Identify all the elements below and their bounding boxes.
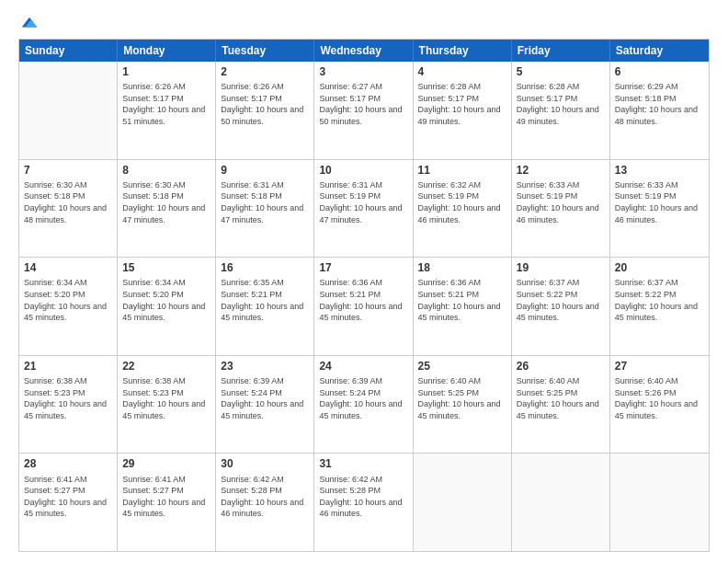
page: SundayMondayTuesdayWednesdayThursdayFrid… xyxy=(0,0,728,563)
day-info: Sunrise: 6:26 AMSunset: 5:17 PMDaylight:… xyxy=(221,81,309,127)
calendar-header: SundayMondayTuesdayWednesdayThursdayFrid… xyxy=(19,40,709,62)
cal-cell: 5Sunrise: 6:28 AMSunset: 5:17 PMDaylight… xyxy=(512,62,610,159)
cal-cell: 15Sunrise: 6:34 AMSunset: 5:20 PMDayligh… xyxy=(118,258,216,355)
cal-cell: 6Sunrise: 6:29 AMSunset: 5:18 PMDaylight… xyxy=(610,62,709,159)
day-info: Sunrise: 6:27 AMSunset: 5:17 PMDaylight:… xyxy=(319,81,407,127)
header-day-wednesday: Wednesday xyxy=(314,40,413,62)
day-info: Sunrise: 6:34 AMSunset: 5:20 PMDaylight:… xyxy=(24,277,112,323)
logo xyxy=(18,15,39,31)
day-info: Sunrise: 6:37 AMSunset: 5:22 PMDaylight:… xyxy=(615,277,704,323)
calendar-body: 1Sunrise: 6:26 AMSunset: 5:17 PMDaylight… xyxy=(19,62,709,551)
day-info: Sunrise: 6:37 AMSunset: 5:22 PMDaylight:… xyxy=(517,277,605,323)
cal-cell: 24Sunrise: 6:39 AMSunset: 5:24 PMDayligh… xyxy=(314,356,413,454)
day-number: 26 xyxy=(517,359,605,373)
cal-cell: 31Sunrise: 6:42 AMSunset: 5:28 PMDayligh… xyxy=(314,454,413,551)
day-number: 24 xyxy=(319,359,407,373)
day-info: Sunrise: 6:30 AMSunset: 5:18 PMDaylight:… xyxy=(24,179,112,225)
day-number: 21 xyxy=(24,359,112,373)
day-info: Sunrise: 6:41 AMSunset: 5:27 PMDaylight:… xyxy=(24,474,112,520)
day-info: Sunrise: 6:31 AMSunset: 5:19 PMDaylight:… xyxy=(319,179,407,225)
cal-cell: 7Sunrise: 6:30 AMSunset: 5:18 PMDaylight… xyxy=(19,160,118,258)
cal-cell: 21Sunrise: 6:38 AMSunset: 5:23 PMDayligh… xyxy=(19,356,118,454)
calendar-row-0: 1Sunrise: 6:26 AMSunset: 5:17 PMDaylight… xyxy=(19,62,709,160)
day-number: 7 xyxy=(24,163,112,178)
header-day-saturday: Saturday xyxy=(610,40,709,62)
day-number: 29 xyxy=(122,456,210,471)
day-info: Sunrise: 6:34 AMSunset: 5:20 PMDaylight:… xyxy=(122,277,210,323)
calendar-row-4: 28Sunrise: 6:41 AMSunset: 5:27 PMDayligh… xyxy=(19,454,709,551)
header xyxy=(18,15,710,31)
day-number: 11 xyxy=(418,163,506,178)
cal-cell: 1Sunrise: 6:26 AMSunset: 5:17 PMDaylight… xyxy=(118,62,216,159)
day-number: 14 xyxy=(24,260,112,275)
day-number: 16 xyxy=(221,260,309,275)
cal-cell: 29Sunrise: 6:41 AMSunset: 5:27 PMDayligh… xyxy=(118,454,216,551)
day-info: Sunrise: 6:36 AMSunset: 5:21 PMDaylight:… xyxy=(319,277,407,323)
day-info: Sunrise: 6:33 AMSunset: 5:19 PMDaylight:… xyxy=(615,179,704,225)
day-number: 12 xyxy=(517,163,605,178)
day-number: 25 xyxy=(418,359,506,373)
day-number: 18 xyxy=(418,260,506,275)
cal-cell xyxy=(512,454,610,551)
day-info: Sunrise: 6:39 AMSunset: 5:24 PMDaylight:… xyxy=(221,375,309,421)
day-number: 6 xyxy=(615,64,704,79)
cal-cell: 10Sunrise: 6:31 AMSunset: 5:19 PMDayligh… xyxy=(314,160,413,258)
day-number: 1 xyxy=(122,64,210,79)
cal-cell: 26Sunrise: 6:40 AMSunset: 5:25 PMDayligh… xyxy=(512,356,610,454)
day-info: Sunrise: 6:33 AMSunset: 5:19 PMDaylight:… xyxy=(517,179,605,225)
day-number: 4 xyxy=(418,64,506,79)
header-day-friday: Friday xyxy=(512,40,610,62)
cal-cell xyxy=(414,454,512,551)
day-number: 20 xyxy=(615,260,704,275)
header-day-sunday: Sunday xyxy=(19,40,118,62)
day-info: Sunrise: 6:26 AMSunset: 5:17 PMDaylight:… xyxy=(122,81,210,127)
calendar: SundayMondayTuesdayWednesdayThursdayFrid… xyxy=(18,39,710,552)
day-info: Sunrise: 6:28 AMSunset: 5:17 PMDaylight:… xyxy=(517,81,605,127)
cal-cell: 23Sunrise: 6:39 AMSunset: 5:24 PMDayligh… xyxy=(216,356,314,454)
cal-cell: 28Sunrise: 6:41 AMSunset: 5:27 PMDayligh… xyxy=(19,454,118,551)
cal-cell: 9Sunrise: 6:31 AMSunset: 5:18 PMDaylight… xyxy=(216,160,314,258)
logo-icon xyxy=(20,15,39,31)
day-info: Sunrise: 6:39 AMSunset: 5:24 PMDaylight:… xyxy=(319,375,407,421)
header-day-thursday: Thursday xyxy=(414,40,512,62)
cal-cell: 16Sunrise: 6:35 AMSunset: 5:21 PMDayligh… xyxy=(216,258,314,355)
day-info: Sunrise: 6:31 AMSunset: 5:18 PMDaylight:… xyxy=(221,179,309,225)
day-info: Sunrise: 6:28 AMSunset: 5:17 PMDaylight:… xyxy=(418,81,506,127)
day-number: 28 xyxy=(24,456,112,471)
cal-cell: 18Sunrise: 6:36 AMSunset: 5:21 PMDayligh… xyxy=(414,258,512,355)
cal-cell: 11Sunrise: 6:32 AMSunset: 5:19 PMDayligh… xyxy=(414,160,512,258)
cal-cell: 13Sunrise: 6:33 AMSunset: 5:19 PMDayligh… xyxy=(610,160,709,258)
cal-cell: 4Sunrise: 6:28 AMSunset: 5:17 PMDaylight… xyxy=(414,62,512,159)
day-number: 23 xyxy=(221,359,309,373)
day-number: 8 xyxy=(122,163,210,178)
day-info: Sunrise: 6:40 AMSunset: 5:25 PMDaylight:… xyxy=(517,375,605,421)
day-info: Sunrise: 6:40 AMSunset: 5:26 PMDaylight:… xyxy=(615,375,704,421)
cal-cell: 8Sunrise: 6:30 AMSunset: 5:18 PMDaylight… xyxy=(118,160,216,258)
cal-cell: 20Sunrise: 6:37 AMSunset: 5:22 PMDayligh… xyxy=(610,258,709,355)
cal-cell: 2Sunrise: 6:26 AMSunset: 5:17 PMDaylight… xyxy=(216,62,314,159)
day-info: Sunrise: 6:41 AMSunset: 5:27 PMDaylight:… xyxy=(122,474,210,520)
cal-cell: 25Sunrise: 6:40 AMSunset: 5:25 PMDayligh… xyxy=(414,356,512,454)
cal-cell: 17Sunrise: 6:36 AMSunset: 5:21 PMDayligh… xyxy=(314,258,413,355)
day-number: 13 xyxy=(615,163,704,178)
cal-cell: 27Sunrise: 6:40 AMSunset: 5:26 PMDayligh… xyxy=(610,356,709,454)
header-day-monday: Monday xyxy=(118,40,216,62)
day-number: 15 xyxy=(122,260,210,275)
day-number: 3 xyxy=(319,64,407,79)
day-info: Sunrise: 6:42 AMSunset: 5:28 PMDaylight:… xyxy=(221,474,309,520)
cal-cell: 12Sunrise: 6:33 AMSunset: 5:19 PMDayligh… xyxy=(512,160,610,258)
day-info: Sunrise: 6:40 AMSunset: 5:25 PMDaylight:… xyxy=(418,375,506,421)
day-info: Sunrise: 6:38 AMSunset: 5:23 PMDaylight:… xyxy=(122,375,210,421)
day-info: Sunrise: 6:36 AMSunset: 5:21 PMDaylight:… xyxy=(418,277,506,323)
cal-cell xyxy=(610,454,709,551)
day-number: 31 xyxy=(319,456,407,471)
calendar-row-1: 7Sunrise: 6:30 AMSunset: 5:18 PMDaylight… xyxy=(19,160,709,259)
logo-text xyxy=(18,15,39,31)
day-info: Sunrise: 6:35 AMSunset: 5:21 PMDaylight:… xyxy=(221,277,309,323)
day-info: Sunrise: 6:42 AMSunset: 5:28 PMDaylight:… xyxy=(319,474,407,520)
cal-cell: 22Sunrise: 6:38 AMSunset: 5:23 PMDayligh… xyxy=(118,356,216,454)
cal-cell: 14Sunrise: 6:34 AMSunset: 5:20 PMDayligh… xyxy=(19,258,118,355)
cal-cell: 3Sunrise: 6:27 AMSunset: 5:17 PMDaylight… xyxy=(314,62,413,159)
day-info: Sunrise: 6:38 AMSunset: 5:23 PMDaylight:… xyxy=(24,375,112,421)
header-day-tuesday: Tuesday xyxy=(216,40,314,62)
